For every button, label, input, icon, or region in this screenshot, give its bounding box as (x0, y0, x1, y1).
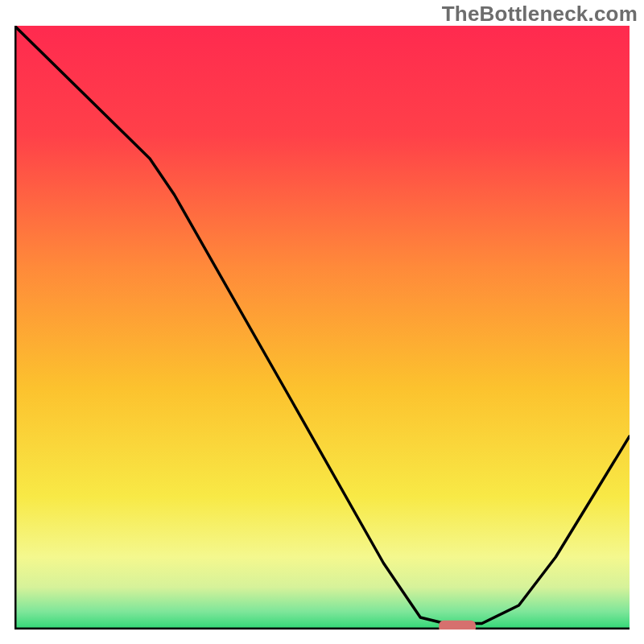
optimal-marker (439, 621, 476, 630)
watermark-text: TheBottleneck.com (442, 2, 638, 27)
plot-area (14, 26, 630, 630)
chart-stage: TheBottleneck.com (0, 0, 644, 644)
plot-svg (14, 26, 630, 630)
